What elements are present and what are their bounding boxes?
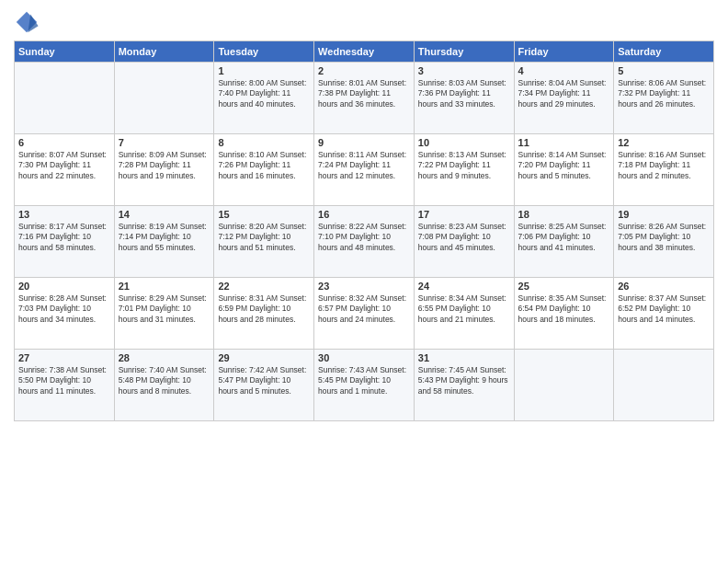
calendar-cell: 21Sunrise: 8:29 AM Sunset: 7:01 PM Dayli… xyxy=(114,278,214,350)
calendar-cell xyxy=(514,350,614,421)
weekday-header-cell: Monday xyxy=(114,41,214,63)
weekday-header-cell: Sunday xyxy=(15,41,115,63)
day-info: Sunrise: 8:25 AM Sunset: 7:06 PM Dayligh… xyxy=(518,222,610,253)
day-info: Sunrise: 8:29 AM Sunset: 7:01 PM Dayligh… xyxy=(119,293,210,325)
calendar-cell: 14Sunrise: 8:19 AM Sunset: 7:14 PM Dayli… xyxy=(114,206,214,278)
calendar-cell xyxy=(15,63,115,134)
calendar-cell: 9Sunrise: 8:11 AM Sunset: 7:24 PM Daylig… xyxy=(314,134,415,206)
day-info: Sunrise: 8:07 AM Sunset: 7:30 PM Dayligh… xyxy=(18,150,110,181)
day-number: 5 xyxy=(618,65,710,76)
calendar-cell: 29Sunrise: 7:42 AM Sunset: 5:47 PM Dayli… xyxy=(214,350,314,421)
logo xyxy=(14,13,43,35)
day-info: Sunrise: 8:17 AM Sunset: 7:16 PM Dayligh… xyxy=(18,222,110,253)
day-number: 2 xyxy=(318,65,410,76)
day-number: 9 xyxy=(318,137,410,148)
calendar-cell: 16Sunrise: 8:22 AM Sunset: 7:10 PM Dayli… xyxy=(314,206,415,278)
calendar-cell: 22Sunrise: 8:31 AM Sunset: 6:59 PM Dayli… xyxy=(214,278,314,350)
day-info: Sunrise: 8:35 AM Sunset: 6:54 PM Dayligh… xyxy=(518,293,610,325)
header-row xyxy=(14,9,714,35)
day-info: Sunrise: 8:23 AM Sunset: 7:08 PM Dayligh… xyxy=(418,222,510,253)
day-number: 8 xyxy=(218,137,310,148)
calendar-cell: 31Sunrise: 7:45 AM Sunset: 5:43 PM Dayli… xyxy=(414,350,514,421)
day-info: Sunrise: 8:14 AM Sunset: 7:20 PM Dayligh… xyxy=(518,150,610,181)
calendar-cell: 27Sunrise: 7:38 AM Sunset: 5:50 PM Dayli… xyxy=(15,350,115,421)
day-number: 29 xyxy=(218,352,310,363)
day-number: 6 xyxy=(18,137,110,148)
main-container: SundayMondayTuesdayWednesdayThursdayFrid… xyxy=(0,0,728,431)
calendar-cell: 18Sunrise: 8:25 AM Sunset: 7:06 PM Dayli… xyxy=(514,206,614,278)
calendar-cell: 3Sunrise: 8:03 AM Sunset: 7:36 PM Daylig… xyxy=(414,63,514,134)
day-info: Sunrise: 8:11 AM Sunset: 7:24 PM Dayligh… xyxy=(318,150,410,181)
calendar-cell: 10Sunrise: 8:13 AM Sunset: 7:22 PM Dayli… xyxy=(414,134,514,206)
day-number: 20 xyxy=(18,281,110,292)
day-number: 28 xyxy=(119,352,210,363)
calendar-cell: 7Sunrise: 8:09 AM Sunset: 7:28 PM Daylig… xyxy=(114,134,214,206)
day-number: 30 xyxy=(318,352,410,363)
day-number: 10 xyxy=(418,137,510,148)
calendar-cell: 4Sunrise: 8:04 AM Sunset: 7:34 PM Daylig… xyxy=(514,63,614,134)
day-info: Sunrise: 7:45 AM Sunset: 5:43 PM Dayligh… xyxy=(418,365,510,396)
calendar-cell: 15Sunrise: 8:20 AM Sunset: 7:12 PM Dayli… xyxy=(214,206,314,278)
day-number: 27 xyxy=(18,352,110,363)
day-number: 15 xyxy=(218,209,310,220)
calendar-cell: 19Sunrise: 8:26 AM Sunset: 7:05 PM Dayli… xyxy=(614,206,714,278)
day-number: 31 xyxy=(418,352,510,363)
day-info: Sunrise: 8:00 AM Sunset: 7:40 PM Dayligh… xyxy=(218,78,310,109)
day-number: 7 xyxy=(119,137,210,148)
calendar-cell xyxy=(614,350,714,421)
day-number: 14 xyxy=(119,209,210,220)
day-number: 18 xyxy=(518,209,610,220)
calendar-cell: 13Sunrise: 8:17 AM Sunset: 7:16 PM Dayli… xyxy=(15,206,115,278)
weekday-header-cell: Saturday xyxy=(614,41,714,63)
calendar-cell: 6Sunrise: 8:07 AM Sunset: 7:30 PM Daylig… xyxy=(15,134,115,206)
day-info: Sunrise: 7:42 AM Sunset: 5:47 PM Dayligh… xyxy=(218,365,310,396)
calendar-cell: 25Sunrise: 8:35 AM Sunset: 6:54 PM Dayli… xyxy=(514,278,614,350)
calendar-week-row: 20Sunrise: 8:28 AM Sunset: 7:03 PM Dayli… xyxy=(15,278,714,350)
calendar-cell: 20Sunrise: 8:28 AM Sunset: 7:03 PM Dayli… xyxy=(15,278,115,350)
day-number: 1 xyxy=(218,65,310,76)
day-info: Sunrise: 7:43 AM Sunset: 5:45 PM Dayligh… xyxy=(318,365,410,396)
weekday-header-cell: Wednesday xyxy=(314,41,415,63)
day-number: 16 xyxy=(318,209,410,220)
day-number: 3 xyxy=(418,65,510,76)
day-info: Sunrise: 7:40 AM Sunset: 5:48 PM Dayligh… xyxy=(119,365,210,396)
day-number: 4 xyxy=(518,65,610,76)
day-info: Sunrise: 8:01 AM Sunset: 7:38 PM Dayligh… xyxy=(318,78,410,109)
calendar-body: 1Sunrise: 8:00 AM Sunset: 7:40 PM Daylig… xyxy=(15,63,714,421)
day-number: 12 xyxy=(618,137,710,148)
calendar-table: SundayMondayTuesdayWednesdayThursdayFrid… xyxy=(14,40,714,421)
calendar-cell: 2Sunrise: 8:01 AM Sunset: 7:38 PM Daylig… xyxy=(314,63,415,134)
calendar-cell: 8Sunrise: 8:10 AM Sunset: 7:26 PM Daylig… xyxy=(214,134,314,206)
logo-icon xyxy=(14,9,40,35)
day-info: Sunrise: 8:31 AM Sunset: 6:59 PM Dayligh… xyxy=(218,293,310,325)
calendar-week-row: 27Sunrise: 7:38 AM Sunset: 5:50 PM Dayli… xyxy=(15,350,714,421)
calendar-week-row: 13Sunrise: 8:17 AM Sunset: 7:16 PM Dayli… xyxy=(15,206,714,278)
calendar-week-row: 6Sunrise: 8:07 AM Sunset: 7:30 PM Daylig… xyxy=(15,134,714,206)
weekday-header-cell: Thursday xyxy=(414,41,514,63)
calendar-cell: 17Sunrise: 8:23 AM Sunset: 7:08 PM Dayli… xyxy=(414,206,514,278)
day-info: Sunrise: 8:16 AM Sunset: 7:18 PM Dayligh… xyxy=(618,150,710,181)
day-info: Sunrise: 8:34 AM Sunset: 6:55 PM Dayligh… xyxy=(418,293,510,325)
day-info: Sunrise: 8:06 AM Sunset: 7:32 PM Dayligh… xyxy=(618,78,710,109)
day-info: Sunrise: 8:03 AM Sunset: 7:36 PM Dayligh… xyxy=(418,78,510,109)
calendar-cell: 26Sunrise: 8:37 AM Sunset: 6:52 PM Dayli… xyxy=(614,278,714,350)
calendar-cell: 28Sunrise: 7:40 AM Sunset: 5:48 PM Dayli… xyxy=(114,350,214,421)
calendar-week-row: 1Sunrise: 8:00 AM Sunset: 7:40 PM Daylig… xyxy=(15,63,714,134)
day-info: Sunrise: 8:19 AM Sunset: 7:14 PM Dayligh… xyxy=(119,222,210,253)
day-info: Sunrise: 8:20 AM Sunset: 7:12 PM Dayligh… xyxy=(218,222,310,253)
day-number: 23 xyxy=(318,281,410,292)
calendar-cell xyxy=(114,63,214,134)
calendar-cell: 11Sunrise: 8:14 AM Sunset: 7:20 PM Dayli… xyxy=(514,134,614,206)
weekday-header-cell: Friday xyxy=(514,41,614,63)
calendar-cell: 30Sunrise: 7:43 AM Sunset: 5:45 PM Dayli… xyxy=(314,350,415,421)
day-number: 25 xyxy=(518,281,610,292)
day-info: Sunrise: 8:26 AM Sunset: 7:05 PM Dayligh… xyxy=(618,222,710,253)
day-info: Sunrise: 8:13 AM Sunset: 7:22 PM Dayligh… xyxy=(418,150,510,181)
day-info: Sunrise: 8:32 AM Sunset: 6:57 PM Dayligh… xyxy=(318,293,410,325)
day-info: Sunrise: 8:09 AM Sunset: 7:28 PM Dayligh… xyxy=(119,150,210,181)
day-number: 17 xyxy=(418,209,510,220)
day-info: Sunrise: 8:10 AM Sunset: 7:26 PM Dayligh… xyxy=(218,150,310,181)
weekday-header-row: SundayMondayTuesdayWednesdayThursdayFrid… xyxy=(15,41,714,63)
day-number: 21 xyxy=(119,281,210,292)
day-number: 26 xyxy=(618,281,710,292)
